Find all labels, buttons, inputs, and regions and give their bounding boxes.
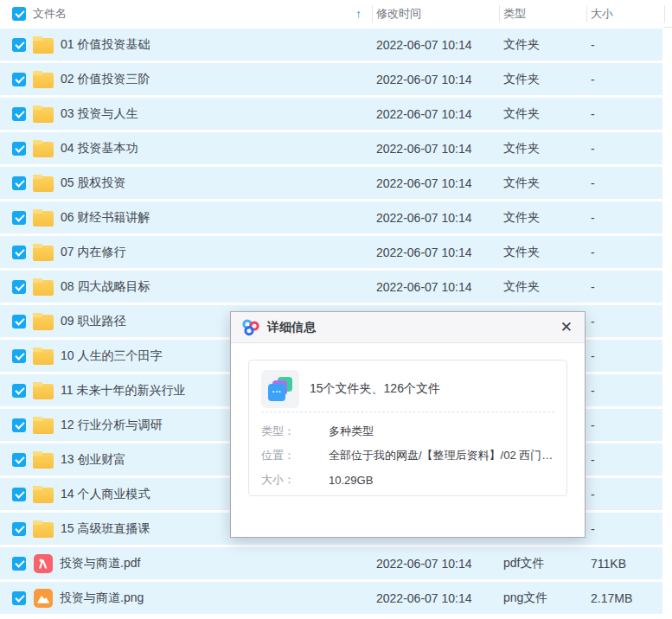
row-checkbox[interactable] <box>12 176 26 190</box>
table-row[interactable]: 08 四大战略目标 2022-06-07 10:14 文件夹 - <box>0 271 662 303</box>
file-type: png文件 <box>499 590 586 606</box>
row-checkbox[interactable] <box>12 591 26 605</box>
folder-icon <box>33 349 54 365</box>
row-checkbox[interactable] <box>12 557 26 571</box>
row-checkbox[interactable] <box>12 488 26 501</box>
file-size: - <box>586 384 662 398</box>
header-divider <box>372 5 373 22</box>
file-size: - <box>586 418 662 432</box>
row-checkbox[interactable] <box>12 107 26 121</box>
header-divider <box>664 5 665 22</box>
file-name[interactable]: 04 投资基本功 <box>61 141 138 156</box>
file-name[interactable]: 10 人生的三个田字 <box>61 348 162 364</box>
folder-icon <box>33 142 54 157</box>
row-checkbox[interactable] <box>12 211 26 225</box>
file-name-cell: 08 四大战略目标 <box>0 278 372 296</box>
header-divider <box>586 5 587 22</box>
file-name[interactable]: 11 未来十年的新兴行业 <box>61 383 185 399</box>
table-row[interactable]: 03 投资与人生 2022-06-07 10:14 文件夹 - <box>0 98 662 130</box>
folder-icon <box>33 107 54 123</box>
header-divider <box>663 27 672 28</box>
file-size: - <box>586 38 662 52</box>
field-value: 10.29GB <box>329 474 373 487</box>
row-checkbox[interactable] <box>12 280 26 294</box>
column-label-filename[interactable]: 文件名 <box>33 6 67 22</box>
file-size: - <box>586 453 662 467</box>
row-checkbox[interactable] <box>12 142 26 156</box>
row-checkbox[interactable] <box>12 246 26 259</box>
table-row[interactable]: 04 投资基本功 2022-06-07 10:14 文件夹 - <box>0 132 662 164</box>
column-header-size[interactable]: 大小 <box>586 0 662 28</box>
file-name[interactable]: 投资与商道.pdf <box>60 556 140 571</box>
file-modified: 2022-06-07 10:14 <box>372 591 499 605</box>
field-label: 位置： <box>261 448 329 463</box>
column-label-type: 类型 <box>503 6 526 22</box>
folder-icon <box>33 453 54 469</box>
file-name[interactable]: 13 创业财富 <box>61 452 125 468</box>
row-checkbox[interactable] <box>12 384 26 398</box>
file-name[interactable]: 05 股权投资 <box>61 175 125 191</box>
file-type: 文件夹 <box>499 72 586 87</box>
detail-field-location: 位置： 全部位于我的网盘/【整理后资料】/02 西门学院/... <box>261 444 554 468</box>
file-size: - <box>586 211 662 225</box>
row-checkbox[interactable] <box>12 73 26 86</box>
dialog-body: 15个文件夹、126个文件 类型： 多种类型 位置： 全部位于我的网盘/【整理后… <box>231 343 585 496</box>
baidu-netdisk-logo-icon <box>241 319 260 336</box>
file-name[interactable]: 12 行业分析与调研 <box>61 418 162 433</box>
folder-icon <box>33 211 54 227</box>
column-header-modified[interactable]: 修改时间 <box>372 0 499 28</box>
file-type: 文件夹 <box>499 175 586 191</box>
file-name-cell: 投资与商道.png <box>0 589 372 608</box>
file-name-cell: 02 价值投资三阶 <box>0 71 372 88</box>
sort-ascending-icon[interactable]: ↑ <box>355 7 362 21</box>
file-size: - <box>586 246 662 259</box>
column-header-type[interactable]: 类型 <box>499 0 586 28</box>
file-name[interactable]: 02 价值投资三阶 <box>61 72 150 87</box>
file-name[interactable]: 06 财经书籍讲解 <box>61 210 150 226</box>
row-checkbox[interactable] <box>12 453 26 467</box>
file-modified: 2022-06-07 10:14 <box>372 38 499 52</box>
table-row[interactable]: 06 财经书籍讲解 2022-06-07 10:14 文件夹 - <box>0 201 662 233</box>
file-type: pdf文件 <box>499 556 586 571</box>
file-name[interactable]: 15 高级班直播课 <box>61 521 150 537</box>
close-icon[interactable]: ✕ <box>559 318 574 336</box>
file-type: 文件夹 <box>499 210 586 226</box>
file-name[interactable]: 14 个人商业模式 <box>61 487 150 502</box>
table-row[interactable]: 05 股权投资 2022-06-07 10:14 文件夹 - <box>0 167 662 199</box>
folder-icon <box>33 522 54 538</box>
file-name[interactable]: 08 四大战略目标 <box>61 279 150 295</box>
table-row[interactable]: 02 价值投资三阶 2022-06-07 10:14 文件夹 - <box>0 63 662 95</box>
file-type: 文件夹 <box>499 245 586 260</box>
select-all-checkbox[interactable] <box>12 7 26 21</box>
row-checkbox[interactable] <box>12 418 26 432</box>
file-name[interactable]: 03 投资与人生 <box>61 106 138 122</box>
file-type: 文件夹 <box>499 106 586 122</box>
row-checkbox[interactable] <box>12 522 26 536</box>
table-row[interactable]: 投资与商道.pdf 2022-06-07 10:14 pdf文件 711KB <box>0 547 662 579</box>
file-size: - <box>586 176 662 190</box>
file-name[interactable]: 投资与商道.png <box>60 590 144 606</box>
table-row[interactable]: 投资与商道.png 2022-06-07 10:14 png文件 2.17MB <box>0 582 662 614</box>
folder-icon <box>33 280 54 296</box>
row-checkbox[interactable] <box>12 349 26 363</box>
selection-summary: 15个文件夹、126个文件 <box>310 381 440 397</box>
dialog-title: 详细信息 <box>267 320 316 335</box>
table-row[interactable]: 07 内在修行 2022-06-07 10:14 文件夹 - <box>0 236 662 268</box>
folder-icon <box>33 73 54 88</box>
file-name[interactable]: 01 价值投资基础 <box>61 37 150 53</box>
row-checkbox[interactable] <box>12 38 26 52</box>
file-size: - <box>586 142 662 156</box>
table-row[interactable]: 01 价值投资基础 2022-06-07 10:14 文件夹 - <box>0 29 662 61</box>
file-type: 文件夹 <box>499 37 586 53</box>
column-label-modified: 修改时间 <box>376 6 421 22</box>
file-name[interactable]: 07 内在修行 <box>61 245 125 260</box>
file-size: - <box>586 315 662 329</box>
multiple-files-icon <box>261 370 299 408</box>
file-modified: 2022-06-07 10:14 <box>372 73 499 86</box>
file-size: - <box>586 349 662 363</box>
pdf-file-icon <box>34 554 53 573</box>
file-name[interactable]: 09 职业路径 <box>61 314 125 329</box>
row-checkbox[interactable] <box>12 315 26 329</box>
image-file-icon <box>34 589 53 608</box>
file-size: - <box>586 522 662 536</box>
